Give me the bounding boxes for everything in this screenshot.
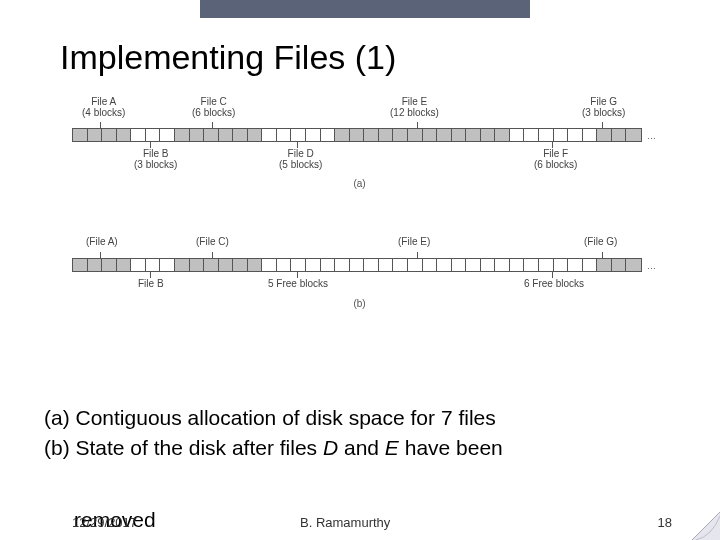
label-file-g-blocks: (3 blocks) [582, 107, 625, 118]
label-file-g: File G [582, 96, 625, 107]
label-b-free5: 5 Free blocks [268, 278, 328, 289]
disk-block [204, 129, 219, 141]
disk-block [364, 129, 379, 141]
disk-block [510, 129, 525, 141]
disk-block [597, 259, 612, 271]
disk-block [423, 129, 438, 141]
disk-block [277, 259, 292, 271]
disk-block [146, 129, 161, 141]
disk-block [408, 259, 423, 271]
disk-track-b: … [72, 258, 642, 272]
figure-a-bot-labels: File B(3 blocks) File D(5 blocks) File F… [72, 148, 647, 174]
disk-track-a: … [72, 128, 642, 142]
slide: Implementing Files (1) File A(4 blocks) … [0, 0, 720, 540]
disk-block [495, 259, 510, 271]
disk-block [554, 259, 569, 271]
label-b-file-b: File B [138, 278, 164, 289]
disk-block [568, 259, 583, 271]
disk-block [204, 259, 219, 271]
disk-block [466, 259, 481, 271]
disk-block [190, 129, 205, 141]
label-b-file-e: (File E) [398, 236, 430, 247]
disk-block [626, 129, 641, 141]
disk-block [291, 129, 306, 141]
label-file-b: File B [134, 148, 177, 159]
label-file-f: File F [534, 148, 577, 159]
disk-block [306, 259, 321, 271]
disk-block [131, 129, 146, 141]
disk-block [102, 259, 117, 271]
label-file-a: File A [82, 96, 125, 107]
figure-b-top-labels: (File A) (File C) (File E) (File G) [72, 236, 647, 252]
disk-block [88, 259, 103, 271]
disk-block [393, 259, 408, 271]
disk-block [175, 259, 190, 271]
caption-b: (b) State of the disk after files D and … [44, 434, 503, 462]
disk-block [612, 259, 627, 271]
figure-a: File A(4 blocks) File C(6 blocks) File E… [72, 96, 647, 189]
disk-block [160, 259, 175, 271]
disk-block [495, 129, 510, 141]
disk-block [73, 129, 88, 141]
label-b-file-a: (File A) [86, 236, 118, 247]
label-b-file-g: (File G) [584, 236, 617, 247]
disk-block [262, 259, 277, 271]
disk-block [190, 259, 205, 271]
caption-b-d: D [323, 436, 338, 459]
disk-block [102, 129, 117, 141]
label-file-e: File E [390, 96, 439, 107]
disk-block [248, 129, 263, 141]
disk-block [321, 129, 336, 141]
disk-block [510, 259, 525, 271]
disk-block [321, 259, 336, 271]
disk-block [583, 129, 598, 141]
disk-block [452, 259, 467, 271]
disk-block [248, 259, 263, 271]
disk-block [291, 259, 306, 271]
disk-block [481, 259, 496, 271]
page-curl-icon [692, 512, 720, 540]
slide-title: Implementing Files (1) [60, 38, 396, 77]
figure-b: (File A) (File C) (File E) (File G) … Fi… [72, 236, 647, 309]
footer-page: 18 [658, 515, 672, 530]
disk-block [626, 259, 641, 271]
disk-block [117, 129, 132, 141]
label-file-a-blocks: (4 blocks) [82, 107, 125, 118]
label-file-f-blocks: (6 blocks) [534, 159, 577, 170]
disk-block [481, 129, 496, 141]
disk-block [423, 259, 438, 271]
disk-block [219, 129, 234, 141]
ellipsis-a: … [647, 131, 656, 141]
label-file-d: File D [279, 148, 322, 159]
disk-block [335, 259, 350, 271]
disk-block [233, 259, 248, 271]
disk-block [219, 259, 234, 271]
figure-b-bot-labels: File B 5 Free blocks 6 Free blocks [72, 278, 647, 294]
disk-block [379, 129, 394, 141]
disk-block [306, 129, 321, 141]
figure-a-top-labels: File A(4 blocks) File C(6 blocks) File E… [72, 96, 647, 122]
disk-block [408, 129, 423, 141]
disk-block [131, 259, 146, 271]
label-file-c-blocks: (6 blocks) [192, 107, 235, 118]
top-accent-bar [200, 0, 530, 18]
ellipsis-b: … [647, 261, 656, 271]
caption-b-post: have been [399, 436, 503, 459]
disk-block [524, 259, 539, 271]
disk-block [277, 129, 292, 141]
label-file-d-blocks: (5 blocks) [279, 159, 322, 170]
disk-block [160, 129, 175, 141]
disk-block [88, 129, 103, 141]
disk-block [437, 129, 452, 141]
disk-block [466, 129, 481, 141]
disk-block [350, 129, 365, 141]
label-b-free6: 6 Free blocks [524, 278, 584, 289]
disk-block [335, 129, 350, 141]
disk-block [146, 259, 161, 271]
disk-block [539, 129, 554, 141]
caption-b-pre: (b) State of the disk after files [44, 436, 323, 459]
disk-block [350, 259, 365, 271]
footer-author: B. Ramamurthy [300, 515, 390, 530]
label-file-e-blocks: (12 blocks) [390, 107, 439, 118]
label-file-c: File C [192, 96, 235, 107]
